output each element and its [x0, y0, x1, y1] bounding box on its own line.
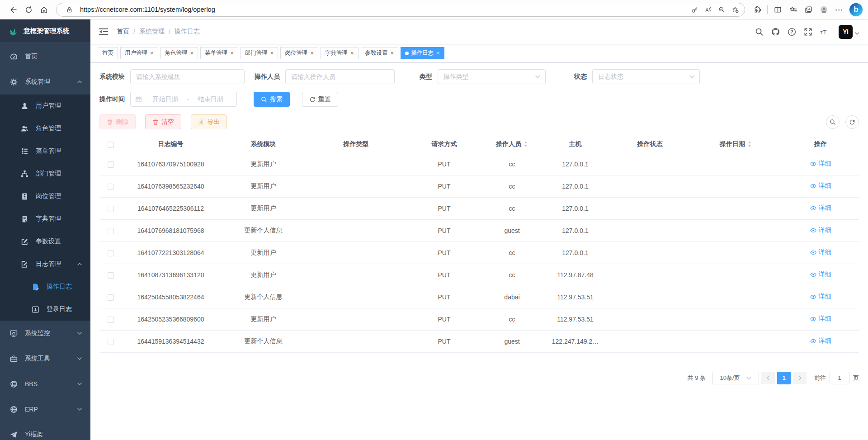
- profile-icon[interactable]: [816, 2, 831, 17]
- sidebar-item-config[interactable]: 参数设置: [0, 230, 90, 253]
- close-tab-icon[interactable]: ×: [190, 50, 194, 57]
- reset-button[interactable]: 重置: [302, 92, 338, 107]
- page-size-select[interactable]: 10条/页: [712, 372, 759, 384]
- sidebar-item-loginlog[interactable]: 登录日志: [0, 298, 90, 321]
- close-tab-icon[interactable]: ×: [391, 50, 394, 57]
- sidebar-item-yi[interactable]: Yi框架: [0, 422, 90, 440]
- url-text[interactable]: https://ccnetcore.com:1101/system/log/op…: [80, 6, 688, 13]
- toggle-search-icon[interactable]: [826, 115, 840, 129]
- tab-角色管理[interactable]: 角色管理×: [160, 47, 198, 59]
- sidebar-item-erp[interactable]: ERP: [0, 397, 90, 422]
- row-checkbox[interactable]: [108, 272, 114, 279]
- close-tab-icon[interactable]: ×: [150, 50, 154, 57]
- column-header-5[interactable]: 操作人员: [484, 136, 540, 153]
- extensions-icon[interactable]: [750, 2, 765, 17]
- close-tab-icon[interactable]: ×: [436, 50, 440, 57]
- close-tab-icon[interactable]: ×: [270, 50, 274, 57]
- detail-button[interactable]: 详细: [810, 337, 831, 345]
- close-tab-icon[interactable]: ×: [310, 50, 314, 57]
- goto-page-input[interactable]: [830, 372, 849, 384]
- row-checkbox[interactable]: [108, 206, 114, 212]
- more-menu-icon[interactable]: ⋯: [831, 2, 847, 17]
- zoom-out-icon[interactable]: [715, 3, 728, 16]
- refresh-icon[interactable]: [21, 2, 36, 17]
- sort-caret-icon[interactable]: [747, 141, 752, 147]
- page-1-button[interactable]: 1: [777, 372, 791, 384]
- sidebar-item-post[interactable]: 岗位管理: [0, 185, 90, 208]
- date-range-picker[interactable]: 开始日期 - 结束日期: [130, 92, 237, 107]
- key-icon[interactable]: [688, 3, 701, 16]
- sidebar-item-monitor[interactable]: 系统监控: [0, 321, 90, 346]
- lock-icon[interactable]: [62, 3, 76, 16]
- tab-用户管理[interactable]: 用户管理×: [120, 47, 158, 59]
- sidebar-item-user[interactable]: 用户管理: [0, 95, 90, 117]
- next-page-icon[interactable]: [793, 372, 807, 384]
- operator-input[interactable]: [285, 69, 395, 84]
- row-checkbox[interactable]: [108, 294, 114, 301]
- split-screen-icon[interactable]: [770, 2, 785, 17]
- refresh-table-icon[interactable]: [845, 115, 859, 129]
- search-icon[interactable]: [751, 24, 767, 40]
- detail-button[interactable]: 详细: [810, 226, 831, 234]
- sidebar-item-home[interactable]: 首页: [0, 44, 90, 69]
- sidebar-item-bbs[interactable]: BBS: [0, 371, 90, 397]
- row-checkbox[interactable]: [108, 250, 114, 256]
- sidebar-item-dept[interactable]: 部门管理: [0, 162, 90, 185]
- favorites-icon[interactable]: [785, 2, 801, 17]
- detail-button[interactable]: 详细: [810, 182, 831, 190]
- help-icon[interactable]: ?: [783, 24, 800, 40]
- tab-岗位管理[interactable]: 岗位管理×: [280, 47, 318, 59]
- chevron-down-icon[interactable]: [854, 31, 860, 36]
- row-checkbox[interactable]: [108, 339, 114, 345]
- row-checkbox[interactable]: [108, 161, 114, 168]
- row-checkbox[interactable]: [108, 228, 114, 234]
- tab-菜单管理[interactable]: 菜单管理×: [200, 47, 238, 59]
- tab-操作日志[interactable]: 操作日志×: [401, 47, 444, 59]
- select-all-checkbox[interactable]: [108, 142, 114, 148]
- sidebar-item-dict[interactable]: 字典管理: [0, 208, 90, 230]
- sidebar-item-tools[interactable]: 系统工具: [0, 346, 90, 371]
- tab-参数设置[interactable]: 参数设置×: [361, 47, 399, 59]
- clear-button[interactable]: 清空: [145, 114, 181, 129]
- sidebar-item-log[interactable]: 日志管理: [0, 253, 90, 275]
- tab-部门管理[interactable]: 部门管理×: [241, 47, 278, 59]
- detail-button[interactable]: 详细: [810, 160, 831, 168]
- sidebar-item-menu[interactable]: 菜单管理: [0, 140, 90, 162]
- row-checkbox[interactable]: [108, 317, 114, 323]
- breadcrumb-item[interactable]: 系统管理: [139, 28, 165, 36]
- collections-icon[interactable]: [801, 2, 816, 17]
- home-icon[interactable]: [36, 2, 52, 17]
- sidebar-item-role[interactable]: 角色管理: [0, 117, 90, 140]
- font-size-icon[interactable]: TT: [816, 24, 832, 40]
- row-checkbox[interactable]: [108, 184, 114, 190]
- fullscreen-icon[interactable]: [800, 24, 816, 40]
- breadcrumb-item[interactable]: 首页: [117, 28, 129, 36]
- detail-button[interactable]: 详细: [810, 248, 831, 256]
- sidebar-toggle-icon[interactable]: [99, 27, 108, 36]
- prev-page-icon[interactable]: [761, 372, 775, 384]
- close-tab-icon[interactable]: ×: [350, 50, 354, 57]
- module-input[interactable]: [130, 69, 245, 84]
- github-icon[interactable]: [767, 24, 783, 40]
- avatar[interactable]: Yi: [839, 25, 853, 39]
- detail-button[interactable]: 详细: [810, 293, 831, 301]
- sidebar-item-system[interactable]: 系统管理: [0, 69, 90, 95]
- detail-button[interactable]: 详细: [810, 204, 831, 212]
- tab-字典管理[interactable]: 字典管理×: [321, 47, 359, 59]
- read-aloud-icon[interactable]: A: [701, 3, 715, 16]
- export-button[interactable]: 导出: [191, 114, 227, 129]
- tab-首页[interactable]: 首页: [98, 47, 118, 59]
- column-header-8[interactable]: 操作日期: [689, 136, 782, 153]
- status-select[interactable]: 日志状态: [592, 69, 700, 84]
- type-select[interactable]: 操作类型: [438, 69, 546, 84]
- close-tab-icon[interactable]: ×: [230, 50, 234, 57]
- back-icon[interactable]: [5, 2, 21, 17]
- sort-caret-icon[interactable]: [524, 141, 528, 147]
- sidebar-item-operlog[interactable]: 操作日志: [0, 275, 90, 298]
- detail-button[interactable]: 详细: [810, 270, 831, 279]
- detail-button[interactable]: 详细: [810, 315, 831, 323]
- address-bar[interactable]: https://ccnetcore.com:1101/system/log/op…: [56, 3, 745, 17]
- add-favorite-icon[interactable]: [728, 3, 742, 16]
- bing-chat-icon[interactable]: b: [849, 3, 863, 16]
- delete-button[interactable]: 删除: [99, 114, 136, 129]
